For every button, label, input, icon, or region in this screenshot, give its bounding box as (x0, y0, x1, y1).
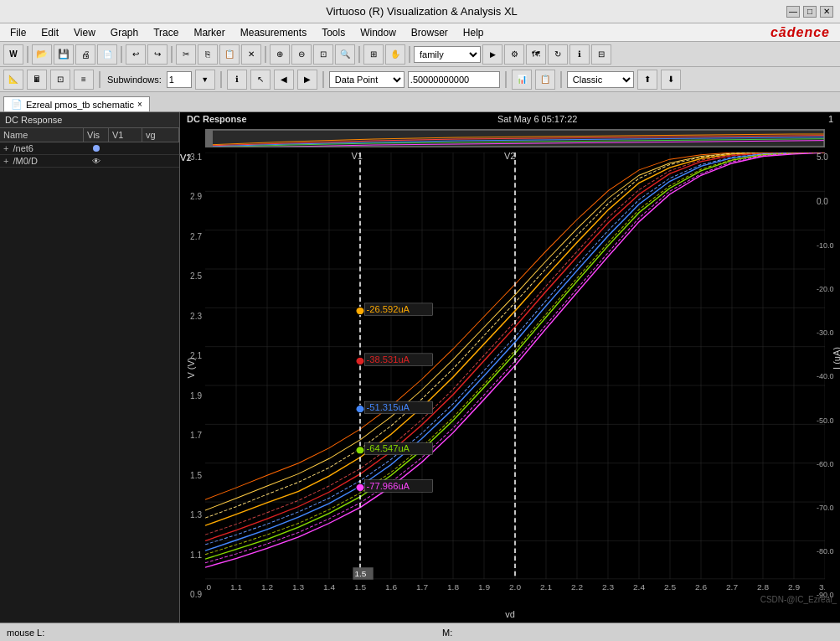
tb2-cursor[interactable]: ↖ (250, 70, 271, 90)
y-tick: 1.9 (190, 391, 202, 401)
datapoint-dropdown[interactable]: Data Point (329, 71, 405, 88)
expand-icon[interactable]: + (3, 143, 8, 153)
family-dropdown[interactable]: family (414, 46, 481, 63)
tb-copy[interactable]: ⎘ (198, 44, 218, 65)
list-item: + /net6 (0, 142, 179, 155)
svg-text:-38.531uA: -38.531uA (367, 354, 410, 364)
datapoint-value[interactable] (408, 71, 500, 88)
svg-text:2.9: 2.9 (788, 583, 800, 592)
svg-text:1.5: 1.5 (354, 570, 366, 578)
tb-grid[interactable]: ⊞ (363, 44, 384, 65)
menu-edit[interactable]: Edit (34, 25, 65, 40)
tb-paste[interactable]: 📋 (219, 44, 240, 65)
tb-redo[interactable]: ↪ (147, 44, 167, 65)
y-tick: 2.9 (190, 192, 202, 201)
tb2-arrow-down[interactable]: ▼ (195, 70, 215, 90)
y-axis-left-title: V (V) (186, 357, 196, 378)
tb-cut[interactable]: ✂ (176, 44, 196, 65)
tb2-import[interactable]: ⬇ (661, 70, 681, 90)
tab-close-icon[interactable]: × (137, 100, 142, 109)
tb-zoom-fit[interactable]: ⊡ (313, 44, 333, 65)
tb2-export[interactable]: ⬆ (637, 70, 657, 90)
classic-dropdown[interactable]: Classic (567, 71, 634, 88)
tb-map[interactable]: 🗺 (526, 44, 546, 65)
svg-text:2.5: 2.5 (664, 583, 676, 592)
panel-title: DC Response (0, 112, 179, 128)
menu-view[interactable]: View (67, 25, 102, 40)
tb-zoom-in[interactable]: ⊕ (270, 44, 290, 65)
svg-text:1.3: 1.3 (292, 583, 304, 592)
menu-trace[interactable]: Trace (147, 25, 185, 40)
tb-info[interactable]: ℹ (569, 44, 590, 65)
chart-header: DC Response Sat May 6 05:17:22 1 (180, 114, 840, 124)
tb2-calc[interactable]: 🖩 (27, 70, 47, 90)
menu-browser[interactable]: Browser (405, 25, 455, 40)
schematic-tab[interactable]: 📄 Ezreal pmos_tb schematic × (3, 96, 150, 111)
tb-family-apply[interactable]: ▶ (482, 44, 502, 65)
eye-icon-m0d[interactable]: 👁 (92, 157, 100, 166)
menu-window[interactable]: Window (353, 25, 403, 40)
minimize-button[interactable]: — (786, 6, 800, 18)
tb-refresh[interactable]: ↻ (548, 44, 568, 65)
menu-help[interactable]: Help (456, 25, 491, 40)
tb-new[interactable]: 📄 (97, 44, 117, 65)
y-right-tick: -80.0 (817, 547, 834, 556)
tb-save[interactable]: 💾 (54, 44, 74, 65)
subwindows-input[interactable] (167, 71, 192, 88)
tb2-list[interactable]: ≡ (74, 70, 94, 90)
tb-print[interactable]: 🖨 (75, 44, 95, 65)
expand-icon-m0d[interactable]: + (3, 156, 8, 166)
tb-open[interactable]: 📂 (32, 44, 52, 65)
tb-zoom-out[interactable]: ⊖ (291, 44, 312, 65)
y-right-tick: -10.0 (817, 241, 834, 250)
tb2-table2[interactable]: 📋 (535, 70, 555, 90)
svg-point-45 (356, 406, 364, 413)
svg-text:1.6: 1.6 (385, 583, 397, 592)
svg-text:-51.315uA: -51.315uA (367, 403, 410, 412)
y-tick: 2.3 (190, 312, 202, 321)
left-panel: DC Response Name Vis V1 vg + /net6 + /M0… (0, 112, 180, 623)
tb2-info[interactable]: ℹ (227, 70, 247, 90)
chart-timestamp: Sat May 6 05:17:22 (497, 114, 577, 124)
menu-measurements[interactable]: Measurements (234, 25, 313, 40)
menu-graph[interactable]: Graph (104, 25, 145, 40)
y-tick: 1.5 (190, 471, 202, 480)
y-right-tick: -60.0 (817, 460, 834, 468)
panel-columns: Name Vis V1 vg (0, 128, 179, 142)
svg-text:1.4: 1.4 (323, 583, 336, 592)
separator-6 (409, 46, 410, 63)
svg-text:1.7: 1.7 (416, 583, 428, 592)
tb-delete[interactable]: ✕ (241, 44, 261, 65)
chart-page: 1 (828, 114, 833, 124)
y-tick: 2.7 (190, 232, 202, 241)
svg-text:2.4: 2.4 (633, 583, 646, 592)
tb2-nav-fwd[interactable]: ▶ (297, 70, 317, 90)
minimap-area[interactable] (205, 129, 825, 147)
tb2-measure[interactable]: 📐 (3, 70, 23, 90)
tb2-chart[interactable]: 📊 (512, 70, 532, 90)
window-controls[interactable]: — □ ✕ (786, 6, 833, 18)
menu-file[interactable]: File (3, 25, 33, 40)
tb-pan[interactable]: ✋ (385, 44, 405, 65)
separator-t2-2 (220, 71, 222, 88)
menu-tools[interactable]: Tools (315, 25, 352, 40)
separator-t2-4 (505, 71, 507, 88)
separator-t2-5 (560, 71, 562, 88)
tb-btn-w[interactable]: W (3, 44, 23, 65)
tb2-nav-back[interactable]: ◀ (274, 70, 294, 90)
tab-icon: 📄 (11, 99, 23, 110)
tb2-split[interactable]: ⊡ (50, 70, 70, 90)
row-vis-m0d[interactable]: 👁 (84, 157, 109, 166)
tb-table[interactable]: ⊟ (591, 44, 611, 65)
maximize-button[interactable]: □ (803, 6, 817, 18)
menu-marker[interactable]: Marker (187, 25, 231, 40)
tb-zoom-area[interactable]: 🔍 (335, 44, 355, 65)
close-button[interactable]: ✕ (820, 6, 833, 18)
tb-undo[interactable]: ↩ (126, 44, 146, 65)
y-tick: 1.7 (190, 431, 202, 440)
chart-area[interactable]: DC Response Sat May 6 05:17:22 1 (180, 112, 840, 623)
vis-dot-net6 (93, 145, 100, 152)
main-chart-svg: -26.592uA -38.531uA -51.315uA -64.547uA … (205, 152, 825, 594)
separator-t2-1 (99, 71, 100, 88)
tb-settings[interactable]: ⚙ (504, 44, 524, 65)
